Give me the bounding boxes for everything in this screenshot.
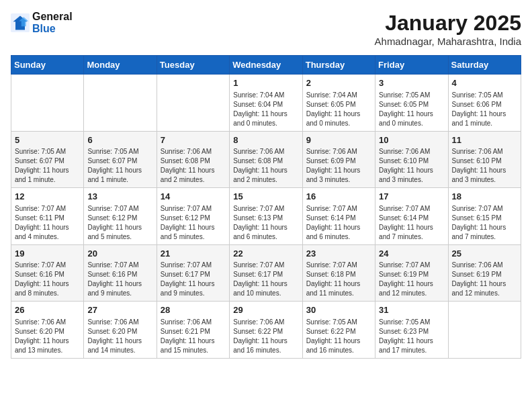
day-info: Sunrise: 7:05 AM Sunset: 6:23 PM Dayligh… <box>379 318 444 355</box>
day-info: Sunrise: 7:07 AM Sunset: 6:17 PM Dayligh… <box>233 261 298 298</box>
day-number: 17 <box>379 191 444 203</box>
day-number: 18 <box>452 191 517 203</box>
day-info: Sunrise: 7:06 AM Sunset: 6:20 PM Dayligh… <box>87 318 152 355</box>
calendar-cell: 26Sunrise: 7:06 AM Sunset: 6:20 PM Dayli… <box>11 302 84 359</box>
day-number: 10 <box>379 134 444 146</box>
day-number: 12 <box>15 191 80 203</box>
day-number: 6 <box>87 134 152 146</box>
day-number: 11 <box>452 134 517 146</box>
calendar-cell: 13Sunrise: 7:07 AM Sunset: 6:12 PM Dayli… <box>84 188 157 245</box>
day-number: 9 <box>306 134 371 146</box>
day-info: Sunrise: 7:07 AM Sunset: 6:18 PM Dayligh… <box>306 261 371 298</box>
day-info: Sunrise: 7:07 AM Sunset: 6:12 PM Dayligh… <box>87 204 152 242</box>
day-info: Sunrise: 7:06 AM Sunset: 6:22 PM Dayligh… <box>233 318 298 355</box>
day-info: Sunrise: 7:07 AM Sunset: 6:16 PM Dayligh… <box>87 261 152 298</box>
day-info: Sunrise: 7:04 AM Sunset: 6:04 PM Dayligh… <box>233 91 298 128</box>
calendar-week-row: 1Sunrise: 7:04 AM Sunset: 6:04 PM Daylig… <box>11 75 521 132</box>
calendar-cell: 24Sunrise: 7:07 AM Sunset: 6:19 PM Dayli… <box>375 244 448 302</box>
calendar-cell: 19Sunrise: 7:07 AM Sunset: 6:16 PM Dayli… <box>11 244 84 302</box>
calendar-cell: 5Sunrise: 7:05 AM Sunset: 6:07 PM Daylig… <box>11 131 84 188</box>
calendar-table: SundayMondayTuesdayWednesdayThursdayFrid… <box>11 55 521 359</box>
weekday-header-monday: Monday <box>84 56 157 75</box>
weekday-header-tuesday: Tuesday <box>157 56 229 75</box>
calendar-cell: 17Sunrise: 7:07 AM Sunset: 6:14 PM Dayli… <box>375 188 448 245</box>
day-info: Sunrise: 7:06 AM Sunset: 6:10 PM Dayligh… <box>379 147 444 185</box>
location-subtitle: Ahmadnagar, Maharashtra, India <box>375 36 521 47</box>
day-info: Sunrise: 7:05 AM Sunset: 6:05 PM Dayligh… <box>379 91 444 128</box>
day-number: 13 <box>87 191 152 203</box>
day-number: 23 <box>306 248 371 260</box>
calendar-week-row: 12Sunrise: 7:07 AM Sunset: 6:11 PM Dayli… <box>11 188 521 245</box>
day-number: 16 <box>306 191 371 203</box>
calendar-cell <box>448 302 521 359</box>
day-number: 7 <box>161 134 226 146</box>
calendar-cell: 16Sunrise: 7:07 AM Sunset: 6:14 PM Dayli… <box>302 188 375 245</box>
weekday-header-wednesday: Wednesday <box>230 56 302 75</box>
day-info: Sunrise: 7:07 AM Sunset: 6:15 PM Dayligh… <box>452 204 517 242</box>
calendar-cell: 14Sunrise: 7:07 AM Sunset: 6:12 PM Dayli… <box>157 188 229 245</box>
logo-text: General Blue <box>32 11 73 35</box>
calendar-cell: 15Sunrise: 7:07 AM Sunset: 6:13 PM Dayli… <box>230 188 302 245</box>
day-info: Sunrise: 7:06 AM Sunset: 6:09 PM Dayligh… <box>306 147 371 185</box>
calendar-cell: 10Sunrise: 7:06 AM Sunset: 6:10 PM Dayli… <box>375 131 448 188</box>
calendar-cell: 23Sunrise: 7:07 AM Sunset: 6:18 PM Dayli… <box>302 244 375 302</box>
month-title: January 2025 <box>375 11 521 36</box>
calendar-cell <box>157 75 229 132</box>
logo: General Blue <box>11 11 73 35</box>
calendar-cell: 11Sunrise: 7:06 AM Sunset: 6:10 PM Dayli… <box>448 131 521 188</box>
calendar-cell: 28Sunrise: 7:06 AM Sunset: 6:21 PM Dayli… <box>157 302 229 359</box>
day-info: Sunrise: 7:06 AM Sunset: 6:19 PM Dayligh… <box>452 261 517 298</box>
calendar-cell <box>84 75 157 132</box>
day-info: Sunrise: 7:07 AM Sunset: 6:17 PM Dayligh… <box>161 261 226 298</box>
day-info: Sunrise: 7:07 AM Sunset: 6:16 PM Dayligh… <box>15 261 80 298</box>
day-number: 24 <box>379 248 444 260</box>
calendar-cell: 18Sunrise: 7:07 AM Sunset: 6:15 PM Dayli… <box>448 188 521 245</box>
day-number: 15 <box>233 191 298 203</box>
weekday-header-thursday: Thursday <box>302 56 375 75</box>
calendar-cell: 27Sunrise: 7:06 AM Sunset: 6:20 PM Dayli… <box>84 302 157 359</box>
page-header: General Blue January 2025 Ahmadnagar, Ma… <box>11 11 521 47</box>
calendar-week-row: 5Sunrise: 7:05 AM Sunset: 6:07 PM Daylig… <box>11 131 521 188</box>
day-number: 20 <box>87 248 152 260</box>
day-info: Sunrise: 7:07 AM Sunset: 6:14 PM Dayligh… <box>379 204 444 242</box>
calendar-cell: 29Sunrise: 7:06 AM Sunset: 6:22 PM Dayli… <box>230 302 302 359</box>
day-number: 26 <box>15 304 80 316</box>
day-info: Sunrise: 7:06 AM Sunset: 6:21 PM Dayligh… <box>161 318 226 355</box>
day-number: 30 <box>306 304 371 316</box>
weekday-header-saturday: Saturday <box>448 56 521 75</box>
day-number: 14 <box>161 191 226 203</box>
day-info: Sunrise: 7:05 AM Sunset: 6:07 PM Dayligh… <box>87 147 152 185</box>
calendar-week-row: 26Sunrise: 7:06 AM Sunset: 6:20 PM Dayli… <box>11 302 521 359</box>
calendar-cell <box>11 75 84 132</box>
day-number: 5 <box>15 134 80 146</box>
day-number: 31 <box>379 304 444 316</box>
day-info: Sunrise: 7:05 AM Sunset: 6:07 PM Dayligh… <box>15 147 80 185</box>
weekday-header-row: SundayMondayTuesdayWednesdayThursdayFrid… <box>11 56 521 75</box>
calendar-cell: 22Sunrise: 7:07 AM Sunset: 6:17 PM Dayli… <box>230 244 302 302</box>
day-info: Sunrise: 7:05 AM Sunset: 6:22 PM Dayligh… <box>306 318 371 355</box>
calendar-cell: 21Sunrise: 7:07 AM Sunset: 6:17 PM Dayli… <box>157 244 229 302</box>
day-number: 28 <box>161 304 226 316</box>
day-number: 22 <box>233 248 298 260</box>
calendar-cell: 4Sunrise: 7:05 AM Sunset: 6:06 PM Daylig… <box>448 75 521 132</box>
day-info: Sunrise: 7:07 AM Sunset: 6:12 PM Dayligh… <box>161 204 226 242</box>
day-number: 2 <box>306 77 371 89</box>
calendar-cell: 3Sunrise: 7:05 AM Sunset: 6:05 PM Daylig… <box>375 75 448 132</box>
day-number: 29 <box>233 304 298 316</box>
calendar-cell: 25Sunrise: 7:06 AM Sunset: 6:19 PM Dayli… <box>448 244 521 302</box>
day-number: 19 <box>15 248 80 260</box>
day-number: 21 <box>161 248 226 260</box>
calendar-cell: 31Sunrise: 7:05 AM Sunset: 6:23 PM Dayli… <box>375 302 448 359</box>
title-block: January 2025 Ahmadnagar, Maharashtra, In… <box>375 11 521 47</box>
day-info: Sunrise: 7:07 AM Sunset: 6:13 PM Dayligh… <box>233 204 298 242</box>
day-info: Sunrise: 7:06 AM Sunset: 6:20 PM Dayligh… <box>15 318 80 355</box>
calendar-cell: 6Sunrise: 7:05 AM Sunset: 6:07 PM Daylig… <box>84 131 157 188</box>
calendar-cell: 2Sunrise: 7:04 AM Sunset: 6:05 PM Daylig… <box>302 75 375 132</box>
day-info: Sunrise: 7:04 AM Sunset: 6:05 PM Dayligh… <box>306 91 371 128</box>
day-info: Sunrise: 7:07 AM Sunset: 6:14 PM Dayligh… <box>306 204 371 242</box>
day-number: 1 <box>233 77 298 89</box>
day-info: Sunrise: 7:05 AM Sunset: 6:06 PM Dayligh… <box>452 91 517 128</box>
day-number: 8 <box>233 134 298 146</box>
calendar-cell: 1Sunrise: 7:04 AM Sunset: 6:04 PM Daylig… <box>230 75 302 132</box>
day-number: 3 <box>379 77 444 89</box>
